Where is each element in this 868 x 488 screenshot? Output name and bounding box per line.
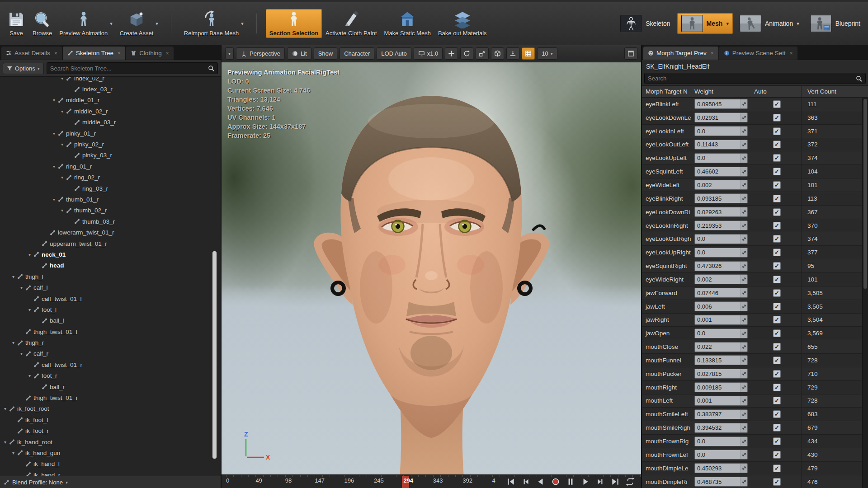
tree-item-thigh-l[interactable]: ▾thigh_l: [0, 271, 221, 282]
auto-checkbox[interactable]: ✓: [773, 424, 781, 432]
morph-row-jawleft[interactable]: jawLeft0.006✓3,505: [642, 300, 868, 314]
weight-spinbox[interactable]: 0.002: [694, 180, 748, 190]
auto-checkbox[interactable]: ✓: [773, 276, 781, 283]
morph-search-box[interactable]: [644, 73, 866, 84]
chevron-down-icon[interactable]: ▾: [797, 21, 799, 27]
tree-item-foot-r[interactable]: ▾foot_r: [0, 371, 221, 381]
weight-spinbox[interactable]: 0.093185: [694, 193, 748, 203]
tree-item-ik-foot-l[interactable]: ik_foot_l: [0, 414, 221, 425]
grid-snap-button[interactable]: [522, 47, 535, 60]
auto-checkbox[interactable]: ✓: [773, 249, 781, 256]
morph-row-mouthleft[interactable]: mouthLeft0.001✓728: [642, 394, 868, 408]
weight-spinbox[interactable]: 0.450293: [694, 463, 748, 473]
drag-handle-icon[interactable]: [741, 302, 747, 311]
tab-skeleton-tree[interactable]: Skeleton Tree×: [63, 47, 125, 60]
expander-icon[interactable]: ▾: [10, 274, 17, 279]
tree-item-lowerarm-twist-01-r[interactable]: lowerarm_twist_01_r: [0, 227, 221, 238]
tree-item-head[interactable]: head: [0, 260, 221, 271]
morph-row-eyeblinkleft[interactable]: eyeBlinkLeft0.095045✓111: [642, 98, 868, 111]
auto-checkbox[interactable]: ✓: [773, 329, 781, 337]
tree-item-ring-01-r[interactable]: ▾ring_01_r: [0, 161, 221, 172]
tree-item-middle-03-r[interactable]: middle_03_r: [0, 117, 221, 128]
morph-row-mouthfrownrig[interactable]: mouthFrownRig0.0✓434: [642, 435, 868, 448]
expander-icon[interactable]: ▾: [59, 175, 66, 180]
screen-size-button[interactable]: x1.0: [414, 47, 443, 60]
save-button[interactable]: Save: [4, 9, 29, 38]
auto-checkbox[interactable]: ✓: [773, 397, 781, 404]
tree-item-thumb-02-r[interactable]: ▾thumb_02_r: [0, 205, 221, 216]
auto-checkbox[interactable]: ✓: [773, 437, 781, 445]
column-header-vert-count[interactable]: Vert Count: [801, 86, 862, 97]
morph-scrollbar[interactable]: [862, 98, 868, 488]
auto-checkbox[interactable]: ✓: [773, 357, 781, 364]
drag-handle-icon[interactable]: [741, 450, 747, 459]
tree-item-middle-02-r[interactable]: ▾middle_02_r: [0, 106, 221, 117]
make-static-mesh-button[interactable]: Make Static Mesh: [381, 9, 434, 38]
record-button[interactable]: [550, 477, 561, 487]
tab-clothing[interactable]: Clothing×: [126, 47, 174, 60]
create-asset-button[interactable]: Create Asset▾: [116, 9, 162, 38]
auto-checkbox[interactable]: ✓: [773, 465, 781, 472]
weight-spinbox[interactable]: 0.001: [694, 396, 748, 406]
scale-tool-button[interactable]: [476, 47, 489, 60]
drag-handle-icon[interactable]: [741, 154, 747, 163]
bake-out-materials-button[interactable]: Bake out Materials: [434, 9, 491, 38]
show-menu-button[interactable]: Show: [314, 47, 338, 60]
expander-icon[interactable]: ▾: [59, 109, 66, 114]
weight-spinbox[interactable]: 0.383797: [694, 409, 748, 419]
tree-item-thumb-03-r[interactable]: thumb_03_r: [0, 216, 221, 227]
morph-row-eyewideright[interactable]: eyeWideRight0.002✓101: [642, 273, 868, 286]
drag-handle-icon[interactable]: [741, 437, 747, 446]
expander-icon[interactable]: ▾: [18, 351, 25, 356]
expander-icon[interactable]: ▾: [18, 285, 25, 290]
drag-handle-icon[interactable]: [741, 207, 747, 216]
browse-button[interactable]: Browse: [29, 9, 56, 38]
morph-row-mouthsmilerigh[interactable]: mouthSmileRigh0.394532✓679: [642, 421, 868, 435]
close-icon[interactable]: ×: [54, 50, 57, 56]
tree-item-pinky-01-r[interactable]: ▾pinky_01_r: [0, 128, 221, 139]
tree-item-thigh-twist-01-l[interactable]: thigh_twist_01_l: [0, 326, 221, 337]
grid-size-button[interactable]: 10▾: [537, 47, 557, 60]
morph-row-jawright[interactable]: jawRight0.001✓3,504: [642, 314, 868, 327]
tree-item-calf-l[interactable]: ▾calf_l: [0, 282, 221, 293]
morph-row-eyeblinkright[interactable]: eyeBlinkRight0.093185✓113: [642, 192, 868, 206]
tree-item-index-03-r[interactable]: index_03_r: [0, 84, 221, 94]
auto-checkbox[interactable]: ✓: [773, 114, 781, 122]
tree-item-ball-l[interactable]: ball_l: [0, 315, 221, 326]
mesh-mode-button[interactable]: Mesh▾: [677, 13, 733, 34]
tree-item-ik-hand-r[interactable]: ik_hand_r: [0, 469, 221, 476]
weight-spinbox[interactable]: 0.468735: [694, 477, 748, 487]
tree-item-pinky-02-r[interactable]: ▾pinky_02_r: [0, 139, 221, 150]
drag-handle-icon[interactable]: [741, 356, 747, 365]
expander-icon[interactable]: ▾: [51, 197, 57, 202]
auto-checkbox[interactable]: ✓: [773, 303, 781, 310]
skeleton-mode-button[interactable]: Skeleton: [616, 13, 674, 34]
morph-row-eyelookoutrigh[interactable]: eyeLookOutRigh0.0✓374: [642, 232, 868, 246]
morph-row-mouthpucker[interactable]: mouthPucker0.027815✓710: [642, 367, 868, 381]
auto-checkbox[interactable]: ✓: [773, 478, 781, 486]
chevron-down-icon[interactable]: ▾: [156, 21, 158, 27]
tree-item-calf-twist-01-l[interactable]: calf_twist_01_l: [0, 293, 221, 304]
column-header-weight[interactable]: Weight: [694, 88, 750, 95]
weight-spinbox[interactable]: 0.473026: [694, 261, 748, 271]
morph-row-eyelookdownri[interactable]: eyeLookDownRi0.029263✓367: [642, 206, 868, 219]
drag-handle-icon[interactable]: [741, 221, 747, 230]
chevron-down-icon[interactable]: ▾: [726, 21, 729, 27]
auto-checkbox[interactable]: ✓: [773, 289, 781, 297]
auto-checkbox[interactable]: ✓: [773, 141, 781, 148]
viewport-options-button[interactable]: ▾: [225, 47, 234, 60]
weight-spinbox[interactable]: 0.0: [694, 436, 748, 446]
tree-scrollbar-thumb[interactable]: [212, 251, 217, 459]
weight-spinbox[interactable]: 0.02931: [694, 113, 748, 122]
drag-handle-icon[interactable]: [741, 410, 747, 419]
expander-icon[interactable]: ▾: [2, 440, 9, 445]
expander-icon[interactable]: ▾: [51, 131, 57, 136]
morph-row-eyelookinright[interactable]: eyeLookInRight0.219353✓370: [642, 219, 868, 233]
lod-auto-button[interactable]: LOD Auto: [377, 47, 411, 60]
close-icon[interactable]: ×: [711, 50, 714, 56]
drag-handle-icon[interactable]: [741, 140, 747, 149]
morph-row-eyelookupleft[interactable]: eyeLookUpLeft0.0✓374: [642, 151, 868, 165]
drag-handle-icon[interactable]: [741, 369, 747, 378]
weight-spinbox[interactable]: 0.009185: [694, 382, 748, 392]
morph-row-mouthfunnel[interactable]: mouthFunnel0.133815✓728: [642, 354, 868, 367]
